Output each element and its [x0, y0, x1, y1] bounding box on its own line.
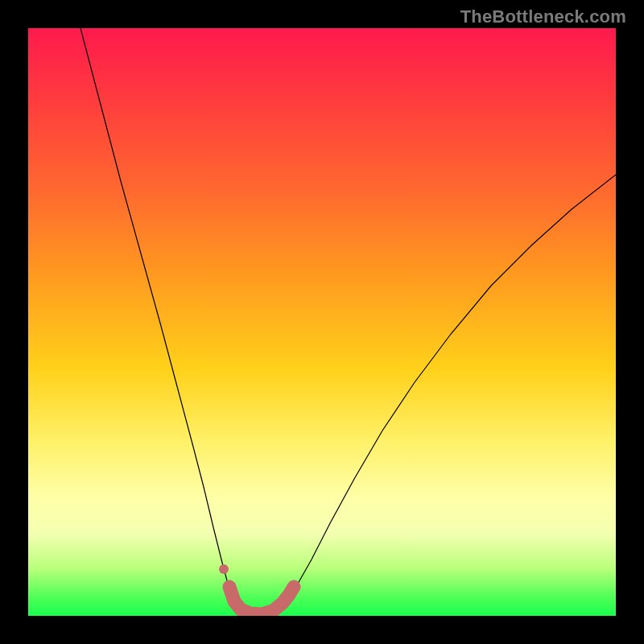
- optimal-band-highlight: [229, 587, 294, 614]
- plot-area: [28, 28, 616, 616]
- watermark-text: TheBottleneck.com: [460, 6, 626, 27]
- optimal-dot: [219, 564, 229, 574]
- chart-frame: TheBottleneck.com: [0, 0, 644, 644]
- bottleneck-curve: [80, 28, 616, 614]
- chart-svg: [28, 28, 616, 616]
